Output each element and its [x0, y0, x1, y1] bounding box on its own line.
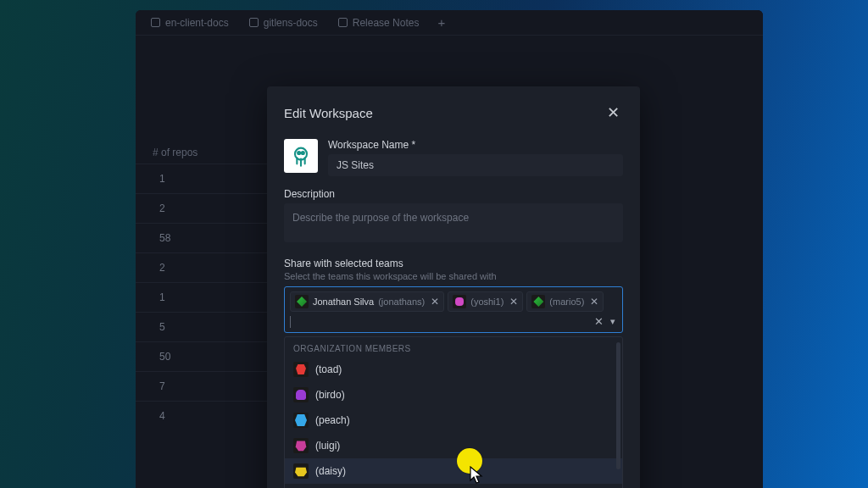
svg-point-1	[298, 152, 300, 154]
workspace-icon	[284, 139, 318, 173]
team-select-input[interactable]: Jonathan Silva (jonathans)✕(yoshi1)✕(mar…	[284, 286, 623, 333]
tab-0[interactable]: en-client-docs	[142, 10, 237, 36]
selected-chip: (yoshi1)✕	[448, 291, 523, 312]
option-handle: (birdo)	[315, 389, 345, 401]
selected-chip: Jonathan Silva (jonathans)✕	[290, 291, 444, 312]
dropdown-group-label: ORGANIZATION MEMBERS	[285, 337, 622, 357]
team-search-input[interactable]	[290, 316, 591, 328]
remove-chip-icon[interactable]: ✕	[590, 296, 598, 308]
new-tab-button[interactable]: +	[431, 10, 452, 36]
avatar	[295, 295, 309, 308]
remove-chip-icon[interactable]: ✕	[509, 296, 518, 308]
share-sublabel: Select the teams this workspace will be …	[284, 271, 623, 281]
team-dropdown: ORGANIZATION MEMBERS (toad)(birdo)(peach…	[284, 336, 623, 488]
option-handle: (luigi)	[315, 440, 340, 452]
chip-handle: (yoshi1)	[470, 297, 504, 307]
workspace-name-label: Workspace Name *	[328, 139, 623, 151]
file-icon	[151, 18, 160, 27]
dropdown-option[interactable]: (birdo)	[285, 382, 622, 408]
file-icon	[338, 18, 348, 27]
workspace-name-input[interactable]	[328, 154, 623, 176]
app-window: en-client-docsgitlens-docsRelease Notes+…	[136, 10, 763, 488]
option-handle: (daisy)	[315, 465, 346, 477]
tab-2[interactable]: Release Notes	[330, 10, 428, 36]
tab-label: gitlens-docs	[264, 17, 318, 29]
avatar	[293, 362, 309, 377]
dropdown-option[interactable]: (peach)	[285, 408, 622, 433]
dropdown-option[interactable]: (waluigi)	[285, 484, 622, 488]
close-icon[interactable]: ✕	[604, 102, 623, 124]
share-label: Share with selected teams	[284, 258, 623, 269]
dropdown-scrollbar[interactable]	[616, 342, 620, 469]
avatar	[293, 387, 309, 402]
avatar	[293, 463, 309, 479]
chip-name: Jonathan Silva	[313, 297, 374, 307]
avatar	[293, 438, 309, 453]
chevron-down-icon[interactable]: ▾	[610, 316, 615, 327]
chip-handle: (mario5)	[549, 297, 584, 307]
tab-bar: en-client-docsgitlens-docsRelease Notes+	[136, 10, 763, 36]
option-handle: (toad)	[315, 363, 342, 375]
modal-title: Edit Workspace	[284, 106, 373, 120]
tab-label: Release Notes	[353, 17, 420, 29]
description-input[interactable]	[284, 203, 623, 242]
selected-chip: (mario5)✕	[526, 291, 604, 312]
option-handle: (peach)	[315, 414, 350, 426]
tab-1[interactable]: gitlens-docs	[241, 10, 326, 36]
svg-point-2	[302, 152, 304, 154]
remove-chip-icon[interactable]: ✕	[431, 296, 439, 308]
avatar	[453, 295, 466, 308]
dropdown-option[interactable]: (luigi)	[285, 433, 622, 458]
description-label: Description	[284, 188, 623, 200]
chip-handle: (jonathans)	[378, 297, 425, 307]
avatar	[293, 413, 309, 428]
tab-label: en-client-docs	[165, 17, 229, 29]
clear-all-icon[interactable]: ✕	[594, 315, 604, 328]
edit-workspace-modal: Edit Workspace ✕ Workspace Name * Descri…	[267, 86, 640, 488]
dropdown-option[interactable]: (daisy)	[285, 458, 622, 484]
avatar	[531, 295, 545, 308]
file-icon	[249, 18, 259, 27]
dropdown-option[interactable]: (toad)	[285, 357, 622, 382]
